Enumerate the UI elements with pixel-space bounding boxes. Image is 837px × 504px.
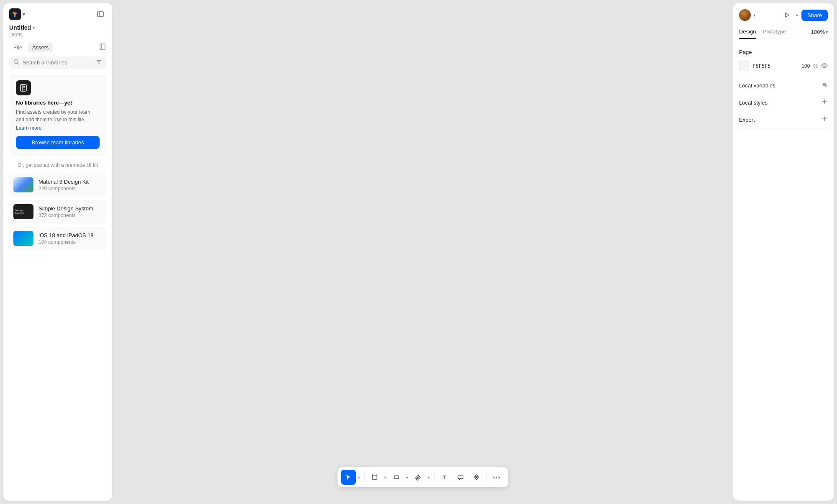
sidebar-top-row: ▾ xyxy=(9,8,106,20)
svg-point-10 xyxy=(98,61,99,63)
library-book-icon[interactable] xyxy=(99,43,106,52)
rect-tool-button[interactable] xyxy=(389,470,404,485)
select-tool-button[interactable] xyxy=(341,470,356,485)
page-color-opacity[interactable]: 100 xyxy=(797,63,810,69)
kit-info-material: Material 3 Design Kit 229 components xyxy=(39,179,102,192)
export-section: Export xyxy=(739,111,828,128)
local-variables-label: Local variables xyxy=(739,82,775,89)
percent-sign: % xyxy=(813,63,818,69)
search-input[interactable] xyxy=(23,59,93,66)
filter-icon[interactable] xyxy=(96,59,102,66)
bottom-toolbar: ▾ ▾ xyxy=(338,467,508,487)
header-right-actions: ▾ Share xyxy=(781,9,828,21)
pen-tool-group: ▾ xyxy=(411,470,432,485)
sidebar-header: ▾ Untitled ▾ Drafts xyxy=(3,3,112,43)
page-label: Page xyxy=(739,45,828,59)
user-avatar-chevron-icon[interactable]: ▾ xyxy=(753,13,755,18)
kit-item-material[interactable]: Material 3 Design Kit 229 components xyxy=(9,173,106,197)
svg-marker-25 xyxy=(786,13,789,17)
kit-item-simple[interactable]: Design System Simple Design System 372 c… xyxy=(9,200,106,223)
right-panel-tabs: Design Prototype 100% ▾ xyxy=(733,25,834,39)
toolbar-divider-3 xyxy=(487,472,487,482)
left-sidebar: ▾ Untitled ▾ Drafts File Assets xyxy=(3,3,112,501)
kit-count-ios: 104 components xyxy=(39,239,102,245)
toolbar-divider-1 xyxy=(365,472,365,482)
play-dropdown-chevron-icon: ▾ xyxy=(796,13,798,18)
page-color-swatch[interactable] xyxy=(739,61,749,71)
right-panel-content: Page F5F5F5 100 % Local variables xyxy=(733,45,834,501)
local-variables-section: Local variables xyxy=(739,77,828,94)
tab-prototype[interactable]: Prototype xyxy=(763,25,786,39)
panel-tabs: File Assets xyxy=(3,43,112,52)
comment-tool-button[interactable] xyxy=(453,470,468,485)
zoom-level-display[interactable]: 100% ▾ xyxy=(811,25,828,38)
play-dropdown-button[interactable]: ▾ xyxy=(796,13,798,18)
tabs-left: File Assets xyxy=(9,43,53,52)
pen-tool-chevron-icon[interactable]: ▾ xyxy=(426,470,432,485)
page-color-row: F5F5F5 100 % xyxy=(739,59,828,74)
kit-thumb-simple: Design System xyxy=(13,204,33,219)
frame-tool-group: ▾ xyxy=(367,470,388,485)
zoom-chevron-icon: ▾ xyxy=(826,30,828,34)
select-tool-chevron-icon[interactable]: ▾ xyxy=(356,470,362,485)
file-title-chevron-icon: ▾ xyxy=(33,25,35,31)
svg-rect-21 xyxy=(394,476,399,479)
kit-thumb-material xyxy=(13,177,33,192)
svg-rect-16 xyxy=(373,475,377,479)
local-styles-label: Local styles xyxy=(739,100,768,106)
no-lib-desc: Find assets created by your team and add… xyxy=(16,108,100,123)
svg-text:T: T xyxy=(443,474,446,481)
share-button[interactable]: Share xyxy=(801,10,828,21)
export-add-icon[interactable] xyxy=(821,115,828,124)
search-bar[interactable] xyxy=(9,56,106,69)
tab-file[interactable]: File xyxy=(9,43,26,52)
visibility-eye-icon[interactable] xyxy=(821,62,828,70)
rect-tool-group: ▾ xyxy=(389,470,410,485)
local-variables-action-icon[interactable] xyxy=(821,81,828,90)
learn-more-link[interactable]: Learn more xyxy=(16,125,100,131)
kit-name-material: Material 3 Design Kit xyxy=(39,179,102,185)
code-tool-button[interactable]: </> xyxy=(490,470,505,485)
page-color-value[interactable]: F5F5F5 xyxy=(752,63,794,69)
browse-team-libraries-button[interactable]: Browse team libraries xyxy=(16,136,100,149)
no-libraries-card: No libraries here—yet Find assets create… xyxy=(9,74,106,156)
local-styles-section: Local styles xyxy=(739,94,828,111)
component-tool-button[interactable] xyxy=(469,470,484,485)
user-avatar[interactable] xyxy=(739,9,751,21)
file-title[interactable]: Untitled ▾ xyxy=(9,24,106,31)
file-subtitle: Drafts xyxy=(9,32,106,38)
toolbar-divider-2 xyxy=(434,472,435,482)
tab-design[interactable]: Design xyxy=(739,25,756,39)
no-lib-title: No libraries here—yet xyxy=(16,100,100,106)
kit-count-simple: 372 components xyxy=(39,212,102,218)
frame-tool-button[interactable] xyxy=(367,470,383,485)
logo-button[interactable]: ▾ xyxy=(9,8,25,20)
sidebar-content: No libraries here—yet Find assets create… xyxy=(3,74,112,501)
right-panel: ▾ ▾ Share Design Prototype 100% ▾ xyxy=(733,3,834,501)
kit-info-ios: iOS 18 and iPadOS 18 104 components xyxy=(39,232,102,245)
canvas-area[interactable]: ▾ ▾ xyxy=(112,0,733,504)
rect-tool-chevron-icon[interactable]: ▾ xyxy=(404,470,410,485)
pen-tool-button[interactable] xyxy=(411,470,426,485)
svg-point-9 xyxy=(97,60,98,61)
search-icon xyxy=(13,59,19,66)
export-label: Export xyxy=(739,117,755,123)
sidebar-toggle-button[interactable] xyxy=(95,8,106,20)
svg-line-5 xyxy=(18,63,19,64)
no-lib-icon xyxy=(16,80,31,95)
file-title-text: Untitled xyxy=(9,24,31,31)
local-styles-add-icon[interactable] xyxy=(821,98,828,107)
kit-name-ios: iOS 18 and iPadOS 18 xyxy=(39,232,102,238)
svg-point-26 xyxy=(824,65,825,67)
svg-text:</>: </> xyxy=(493,475,501,480)
text-tool-button[interactable]: T xyxy=(437,470,452,485)
frame-tool-chevron-icon[interactable]: ▾ xyxy=(383,470,388,485)
figma-logo-icon xyxy=(9,8,21,20)
kit-item-ios[interactable]: iOS 18 and iPadOS 18 104 components xyxy=(9,227,106,250)
premade-label: Or, get started with a premade UI kit xyxy=(9,162,106,168)
svg-point-30 xyxy=(825,85,827,87)
select-tool-group: ▾ xyxy=(341,470,362,485)
kit-info-simple: Simple Design System 372 components xyxy=(39,205,102,218)
tab-assets[interactable]: Assets xyxy=(28,43,53,52)
preview-play-button[interactable] xyxy=(781,9,793,21)
